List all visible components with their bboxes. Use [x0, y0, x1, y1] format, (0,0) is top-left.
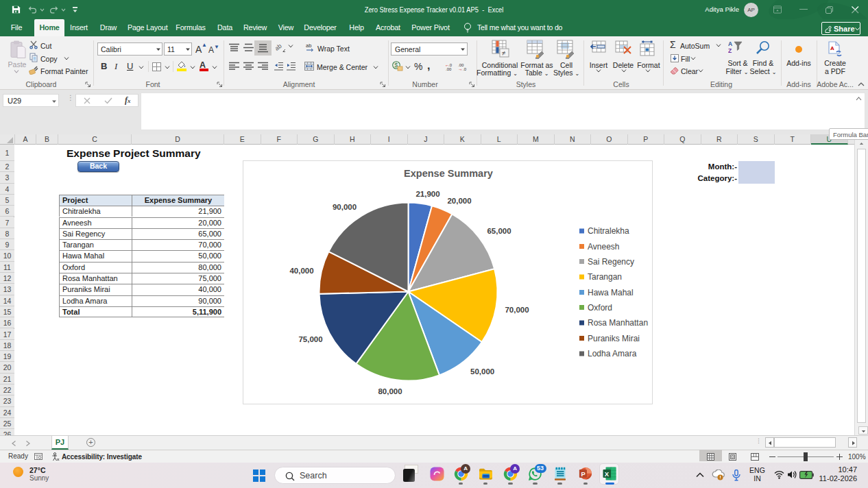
svg-text:.0: .0 — [463, 67, 467, 71]
svg-text:Tarangan: Tarangan — [588, 272, 622, 282]
svg-text:Puraniks Mirai: Puraniks Mirai — [588, 334, 640, 343]
svg-text:Oxford: Oxford — [588, 303, 612, 313]
svg-text:$: $ — [394, 62, 398, 69]
svg-text:70,000: 70,000 — [505, 306, 529, 314]
svg-text:≠: ≠ — [502, 49, 506, 57]
svg-text:ab: ab — [306, 42, 311, 49]
svg-text:ab: ab — [276, 42, 283, 52]
svg-text:21,900: 21,900 — [415, 190, 439, 198]
svg-text:Lodha Amara: Lodha Amara — [588, 349, 637, 358]
svg-text:65,000: 65,000 — [487, 227, 511, 235]
svg-text:Chitralekha: Chitralekha — [588, 226, 629, 236]
svg-text:20,000: 20,000 — [447, 197, 471, 205]
svg-text:→: → — [458, 66, 463, 71]
svg-text:X: X — [605, 470, 610, 478]
svg-text:Z: Z — [728, 47, 732, 54]
svg-text:50,000: 50,000 — [470, 367, 494, 376]
svg-text:A: A — [830, 45, 834, 51]
svg-text:Avneesh: Avneesh — [588, 242, 619, 252]
svg-text:.00: .00 — [446, 67, 452, 71]
svg-text:40,000: 40,000 — [289, 267, 313, 275]
svg-text:90,000: 90,000 — [333, 203, 357, 211]
svg-text:P: P — [581, 471, 586, 478]
svg-text:Hawa Mahal: Hawa Mahal — [588, 288, 634, 297]
svg-text:80,000: 80,000 — [378, 387, 402, 395]
svg-text:Rosa Manhattan: Rosa Manhattan — [588, 318, 648, 328]
svg-text:A: A — [728, 40, 732, 47]
svg-text:Sai Regency: Sai Regency — [588, 257, 634, 267]
svg-text:75,000: 75,000 — [298, 335, 322, 343]
svg-text:Expense Summary: Expense Summary — [404, 168, 493, 179]
